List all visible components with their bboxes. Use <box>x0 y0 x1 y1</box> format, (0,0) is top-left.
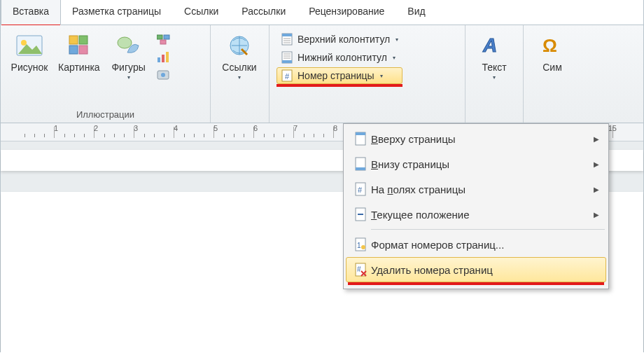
svg-rect-9 <box>160 40 166 44</box>
screenshot-button[interactable] <box>156 67 172 83</box>
chevron-down-icon: ▾ <box>127 74 130 81</box>
chevron-down-icon: ▾ <box>396 36 398 43</box>
tab-label: Ссылки <box>184 6 218 17</box>
svg-rect-17 <box>282 34 292 36</box>
menu-current-position[interactable]: Текущее положение ▶ <box>346 202 606 227</box>
links-button[interactable]: Ссылки▾ <box>215 28 264 88</box>
menu-page-margins[interactable]: # На полях страницы ▶ <box>346 176 606 202</box>
menu-remove-page-numbers[interactable]: # Удалить номера страниц <box>346 257 606 282</box>
clipart-button[interactable]: Картинка <box>54 28 104 88</box>
tab-insert[interactable]: Вставка <box>1 0 61 25</box>
svg-point-1 <box>21 40 27 46</box>
format-numbers-icon: 1 <box>350 237 371 251</box>
remove-numbers-icon: # <box>350 263 371 277</box>
tab-page-layout[interactable]: Разметка страницы <box>61 0 173 25</box>
menu-separator <box>371 229 605 230</box>
tab-label: Рецензирование <box>309 6 384 17</box>
wordart-icon: A <box>482 29 507 62</box>
smartart-button[interactable] <box>156 31 172 46</box>
button-label: Номер страницы <box>298 70 374 81</box>
menu-bottom-of-page[interactable]: Внизу страницы ▶ <box>346 151 606 176</box>
group-label: Иллюстрации <box>5 107 206 123</box>
symbol-button[interactable]: Ω Сим <box>528 28 577 88</box>
tab-label: Вид <box>407 6 425 17</box>
svg-text:#: # <box>285 72 290 81</box>
submenu-arrow-icon: ▶ <box>594 135 599 143</box>
highlight-underline <box>348 282 604 285</box>
header-icon <box>281 33 293 46</box>
button-label: Ссылки <box>222 62 256 73</box>
menu-label: Вверху страницы <box>371 133 594 145</box>
illustrations-extra-column <box>153 28 174 83</box>
tab-view[interactable]: Вид <box>396 0 437 25</box>
svg-rect-5 <box>79 46 88 54</box>
menu-label: Внизу страницы <box>371 158 594 170</box>
page-number-button[interactable]: # Номер страницы ▾ <box>276 67 402 84</box>
svg-rect-7 <box>157 35 162 39</box>
button-label: Нижний колонтитул <box>298 52 387 63</box>
svg-rect-11 <box>162 55 164 62</box>
button-label: Рисунок <box>11 62 48 73</box>
svg-rect-8 <box>164 35 169 39</box>
tab-review[interactable]: Рецензирование <box>298 0 396 25</box>
svg-rect-12 <box>166 52 169 62</box>
text-button[interactable]: A Текст▾ <box>470 28 519 88</box>
hyperlink-icon <box>227 29 251 62</box>
current-position-icon <box>350 207 371 221</box>
svg-text:#: # <box>357 265 361 273</box>
button-label: Фигуры <box>111 62 145 73</box>
tab-references[interactable]: Ссылки <box>173 0 230 25</box>
ribbon: Рисунок Картинка Фигуры▾ <box>1 25 643 123</box>
svg-text:A: A <box>482 34 497 56</box>
svg-text:1: 1 <box>357 242 361 249</box>
group-label <box>274 107 461 123</box>
svg-point-6 <box>118 37 132 48</box>
group-illustrations: Рисунок Картинка Фигуры▾ <box>1 25 211 123</box>
group-header-footer: Верхний колонтитул ▾ Нижний колонтитул ▾… <box>270 25 465 123</box>
clipart-icon <box>65 29 93 62</box>
button-label: Картинка <box>58 62 100 73</box>
submenu-arrow-icon: ▶ <box>594 186 599 193</box>
menu-label: Формат номеров страниц... <box>371 239 599 251</box>
svg-rect-2 <box>69 36 78 44</box>
menu-format-page-numbers[interactable]: 1 Формат номеров страниц... <box>346 232 606 257</box>
menu-label: Текущее положение <box>371 209 594 221</box>
button-label: Верхний колонтитул <box>298 34 390 45</box>
chart-button[interactable] <box>156 49 172 64</box>
group-label <box>528 107 577 123</box>
menu-top-of-page[interactable]: Вверху страницы ▶ <box>346 126 606 151</box>
svg-point-14 <box>161 73 165 77</box>
svg-rect-10 <box>158 57 160 62</box>
page-number-icon: # <box>281 69 293 82</box>
svg-rect-3 <box>79 36 88 44</box>
page-number-menu: Вверху страницы ▶ Внизу страницы ▶ # На … <box>343 123 609 289</box>
button-label: Сим <box>542 62 562 73</box>
picture-button[interactable]: Рисунок <box>5 28 54 88</box>
tab-mailings[interactable]: Рассылки <box>230 0 298 25</box>
group-links: Ссылки▾ <box>211 25 270 123</box>
submenu-arrow-icon: ▶ <box>594 211 599 219</box>
svg-rect-33 <box>356 167 365 170</box>
chevron-down-icon: ▾ <box>238 74 241 81</box>
svg-point-40 <box>361 245 365 249</box>
chevron-down-icon: ▾ <box>393 55 396 61</box>
shapes-button[interactable]: Фигуры▾ <box>104 28 153 88</box>
tab-label: Разметка страницы <box>72 6 161 17</box>
menu-label: На полях страницы <box>371 184 594 195</box>
svg-rect-22 <box>282 60 292 63</box>
chevron-down-icon: ▾ <box>493 74 496 81</box>
highlight-underline <box>276 84 402 87</box>
picture-icon <box>15 29 43 62</box>
submenu-arrow-icon: ▶ <box>594 160 599 168</box>
footer-button[interactable]: Нижний колонтитул ▾ <box>276 49 402 66</box>
top-of-page-icon <box>350 132 371 146</box>
tab-label: Вставка <box>13 6 49 17</box>
menu-label: Удалить номера страниц <box>371 264 599 276</box>
svg-text:#: # <box>358 186 363 194</box>
button-label: Текст <box>482 62 506 73</box>
header-button[interactable]: Верхний колонтитул ▾ <box>276 31 402 48</box>
group-symbols: Ω Сим <box>524 25 581 123</box>
omega-icon: Ω <box>540 29 564 62</box>
group-label <box>215 107 265 123</box>
tab-label: Рассылки <box>241 6 286 17</box>
